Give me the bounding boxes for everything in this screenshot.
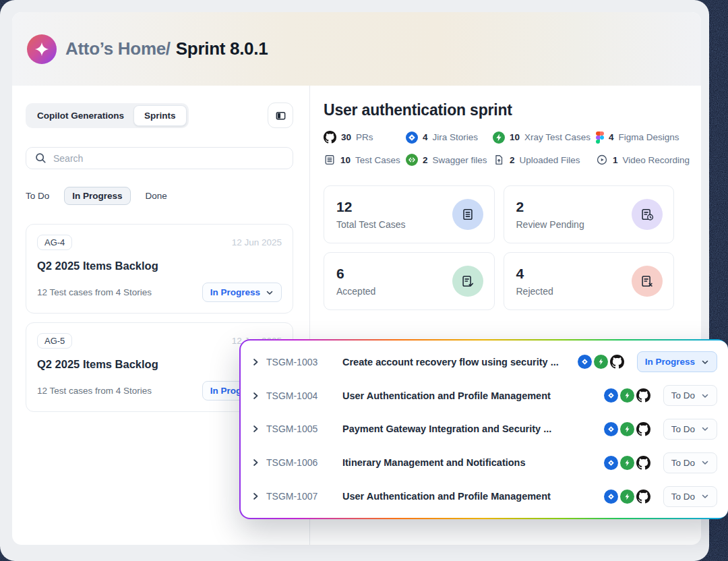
summary-card-review-pending: 2 Review Pending: [504, 185, 675, 243]
github-icon: [636, 388, 650, 403]
test-case-id: TSGM-1003: [266, 357, 327, 367]
chevron-down-icon: [701, 425, 709, 433]
xray-icon: [620, 490, 634, 504]
stat-jira-stories: 4 Jira Stories: [406, 131, 493, 144]
row-status-dropdown[interactable]: To Do: [663, 419, 717, 440]
chevron-down-icon: [701, 492, 709, 500]
chevron-down-icon: [701, 358, 709, 366]
stat-test-cases: 10 Test Cases: [324, 154, 406, 166]
card-date: 12 Jun 2025: [232, 237, 282, 247]
document-x-icon: [632, 266, 663, 297]
page-title: Sprint 8.0.1: [176, 38, 268, 59]
search-icon: [34, 152, 47, 165]
jira-icon: [604, 422, 618, 436]
test-case-title: User Authentication and Profile Manageme…: [342, 491, 604, 502]
stat-prs: 30 PRs: [324, 131, 406, 144]
chevron-right-icon[interactable]: [251, 357, 260, 367]
filter-in-progress[interactable]: In Progress: [64, 187, 130, 205]
xray-icon: [493, 131, 505, 144]
test-case-title: Create account recovery flow using secur…: [342, 357, 578, 367]
swagger-icon: [406, 154, 418, 166]
jira-icon: [604, 388, 618, 403]
test-cases-icon: [324, 154, 336, 166]
figma-icon: [596, 131, 604, 144]
stat-video-recording: 1 Video Recording: [596, 154, 690, 166]
test-case-row[interactable]: TSGM-1003 Create account recovery flow u…: [249, 347, 720, 377]
stat-figma-designs: 4 Figma Designs: [596, 131, 690, 144]
source-icons: [604, 422, 650, 436]
test-case-title: Payment Gateway Integration and Security…: [342, 423, 604, 434]
test-case-id: TSGM-1006: [266, 457, 327, 468]
tab-sprints[interactable]: Sprints: [133, 105, 187, 126]
jira-icon: [604, 490, 618, 504]
test-case-id: TSGM-1007: [266, 491, 327, 502]
row-status-dropdown[interactable]: To Do: [663, 452, 717, 473]
test-case-row[interactable]: TSGM-1007 User Authentication and Profil…: [249, 481, 720, 511]
status-filters: To Do In Progress Done: [26, 187, 293, 205]
document-check-icon: [452, 266, 483, 297]
source-icons: [604, 490, 650, 504]
chevron-down-icon: [701, 392, 709, 400]
jira-icon: [578, 355, 592, 369]
sidebar-tab-group: Copilot Generations Sprints: [26, 103, 189, 128]
row-status-label: To Do: [671, 492, 695, 502]
chevron-down-icon: [266, 289, 274, 297]
test-case-id: TSGM-1005: [266, 423, 327, 434]
filter-todo[interactable]: To Do: [26, 191, 49, 201]
card-id-badge: AG-4: [37, 235, 72, 250]
row-status-label: To Do: [671, 390, 695, 401]
chevron-right-icon[interactable]: [251, 492, 260, 501]
chevron-right-icon[interactable]: [251, 458, 260, 467]
summary-cards: 12 Total Test Cases 2 Review Pending: [324, 185, 674, 310]
test-case-row[interactable]: TSGM-1005 Payment Gateway Integration an…: [249, 414, 720, 444]
sprint-stats: 30 PRs 4 Jira Stories 10: [324, 131, 674, 166]
tab-copilot-generations[interactable]: Copilot Generations: [28, 105, 133, 126]
stat-uploaded-files: 2 Uploaded Files: [493, 154, 596, 166]
stat-swagger-files: 2 Swagger files: [406, 154, 493, 166]
sidebar-panel-icon: [274, 109, 287, 122]
sprint-title: User authentication sprint: [324, 101, 701, 119]
summary-card-rejected: 4 Rejected: [504, 252, 675, 310]
card-id-badge: AG-5: [37, 333, 72, 349]
header-title-group: Atto’s Home/ Sprint 8.0.1: [65, 38, 268, 59]
source-icons: [578, 355, 624, 369]
xray-icon: [620, 388, 634, 403]
card-subtitle: 12 Test cases from 4 Stories: [37, 386, 152, 396]
search-input[interactable]: [53, 153, 284, 164]
card-status-dropdown[interactable]: In Progress: [202, 283, 282, 302]
row-status-dropdown[interactable]: In Progress: [637, 351, 717, 372]
atto-logo: [27, 34, 57, 64]
filter-done[interactable]: Done: [146, 191, 167, 201]
github-icon: [324, 131, 336, 144]
github-icon: [636, 456, 650, 470]
chevron-right-icon[interactable]: [251, 424, 260, 434]
test-case-title: Itinerary Management and Notifications: [342, 457, 604, 468]
source-icons: [604, 388, 650, 403]
row-status-label: In Progress: [645, 357, 695, 367]
collapse-panel-button[interactable]: [268, 102, 293, 128]
test-case-row[interactable]: TSGM-1006 Itinerary Management and Notif…: [249, 448, 720, 477]
source-icons: [604, 456, 650, 470]
xray-icon: [594, 355, 608, 369]
file-upload-icon: [493, 154, 505, 166]
xray-icon: [620, 456, 634, 470]
row-status-dropdown[interactable]: To Do: [663, 385, 717, 406]
video-icon: [596, 154, 608, 166]
chevron-right-icon[interactable]: [251, 391, 260, 401]
github-icon: [610, 355, 624, 369]
test-case-row[interactable]: TSGM-1004 User Authentication and Profil…: [249, 381, 720, 411]
row-status-label: To Do: [671, 424, 695, 434]
sprint-card-ag4[interactable]: AG-4 12 Jun 2025 Q2 2025 Items Backlog 1…: [26, 224, 293, 314]
document-clock-icon: [632, 199, 663, 230]
document-lines-icon: [452, 199, 483, 230]
sparkle-star-icon: [33, 40, 51, 58]
card-subtitle: 12 Test cases from 4 Stories: [37, 287, 152, 297]
chevron-down-icon: [701, 459, 709, 467]
stat-xray-test-cases: 10 Xray Test Cases: [493, 131, 596, 144]
github-icon: [636, 422, 650, 436]
breadcrumb[interactable]: Atto’s Home/: [65, 38, 171, 59]
search-box[interactable]: [26, 147, 293, 169]
app-header: Atto’s Home/ Sprint 8.0.1: [12, 12, 701, 86]
test-case-title: User Authentication and Profile Manageme…: [342, 390, 604, 401]
row-status-dropdown[interactable]: To Do: [663, 486, 717, 507]
